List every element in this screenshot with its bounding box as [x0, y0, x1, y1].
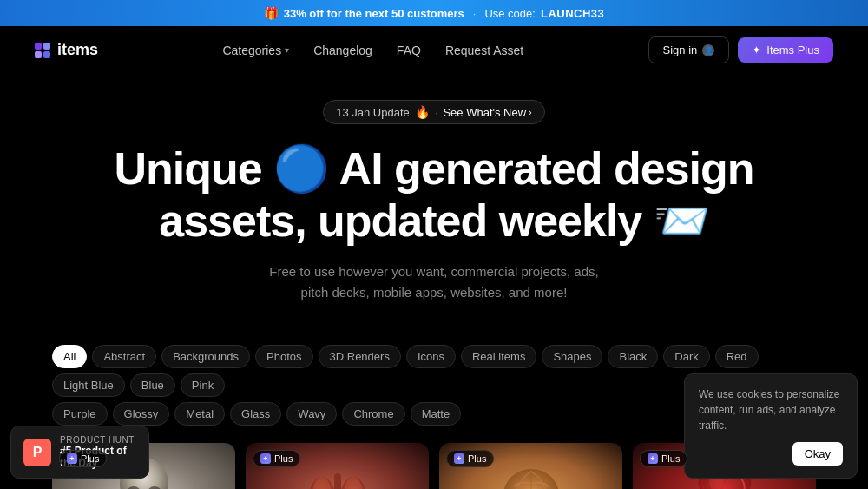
promo-banner: 🎁 33% off for the next 50 customers · Us…	[0, 0, 868, 26]
banner-separator: ·	[473, 7, 477, 20]
filter-glossy[interactable]: Glossy	[113, 402, 170, 426]
svg-point-12	[345, 477, 362, 489]
plus-badge-heart: + Plus	[640, 450, 687, 467]
filter-3d-renders[interactable]: 3D Renders	[319, 345, 401, 368]
brain-image	[496, 456, 566, 489]
filter-abstract[interactable]: Abstract	[92, 345, 156, 368]
plus-label: Plus	[274, 453, 293, 464]
nav-faq[interactable]: FAQ	[397, 43, 421, 57]
plus-label: Plus	[81, 453, 99, 464]
filter-metal[interactable]: Metal	[174, 402, 225, 426]
navbar-actions: Sign in 👤 ✦ Items Plus	[648, 36, 833, 63]
navbar: items Categories ▾ Changelog FAQ Request…	[0, 26, 868, 74]
nav-changelog[interactable]: Changelog	[313, 43, 372, 57]
banner-code: LAUNCH33	[541, 7, 604, 20]
filter-light-blue[interactable]: Light Blue	[52, 373, 125, 397]
banner-offer-text: 33% off for the next 50 customers	[284, 7, 464, 20]
filter-pink[interactable]: Pink	[181, 373, 225, 397]
plus-label: Plus	[468, 453, 486, 464]
filter-chrome[interactable]: Chrome	[342, 402, 404, 426]
product-hunt-logo: P	[23, 439, 51, 466]
plus-icon: +	[260, 453, 271, 464]
chevron-down-icon: ▾	[285, 45, 289, 55]
logo[interactable]: items	[35, 41, 98, 59]
asset-card-brain[interactable]: + Plus	[439, 443, 622, 489]
signin-label: Sign in	[663, 43, 698, 56]
filter-red[interactable]: Red	[715, 345, 759, 368]
plus-cross-icon: ✦	[752, 43, 761, 56]
plus-icon: +	[67, 453, 77, 464]
hero-subtext: Free to use however you want, commercial…	[260, 261, 608, 303]
filter-glass[interactable]: Glass	[230, 402, 281, 426]
filter-backgrounds[interactable]: Backgrounds	[161, 345, 250, 368]
filter-purple[interactable]: Purple	[52, 402, 108, 426]
filter-wavy[interactable]: Wavy	[286, 402, 337, 426]
plus-badge-brain: + Plus	[446, 450, 494, 467]
filter-shapes[interactable]: Shapes	[542, 345, 602, 368]
filter-dark[interactable]: Dark	[663, 345, 709, 368]
svg-rect-10	[334, 473, 341, 489]
cookie-banner: We use cookies to personalize content, r…	[684, 373, 858, 479]
filter-blue[interactable]: Blue	[130, 373, 175, 397]
nav-request-asset[interactable]: Request Asset	[445, 43, 523, 57]
signin-button[interactable]: Sign in 👤	[648, 36, 730, 63]
plus-badge-lungs: + Plus	[253, 450, 300, 467]
badge-dot: ·	[435, 106, 438, 119]
hero-headline: Unique 🔵 AI generated designassets, upda…	[17, 143, 851, 248]
nav-categories[interactable]: Categories ▾	[222, 43, 289, 57]
ph-label: PRODUCT HUNT	[60, 435, 136, 445]
lungs-image	[303, 456, 372, 489]
gift-icon: 🎁	[264, 6, 279, 20]
plus-label: Plus	[661, 453, 680, 464]
update-badge[interactable]: 13 Jan Update 🔥 · See What's New ›	[323, 100, 545, 124]
filter-real-items[interactable]: Real items	[461, 345, 536, 368]
filter-icons[interactable]: Icons	[406, 345, 456, 368]
filter-photos[interactable]: Photos	[255, 345, 312, 368]
cookie-okay-button[interactable]: Okay	[792, 442, 843, 466]
main-nav: Categories ▾ Changelog FAQ Request Asset	[222, 43, 523, 57]
filter-black[interactable]: Black	[608, 345, 658, 368]
plus-icon: +	[454, 453, 464, 464]
cookie-text: We use cookies to personalize content, r…	[699, 387, 843, 433]
filter-matte[interactable]: Matte	[411, 402, 462, 426]
logo-icon	[35, 43, 50, 58]
chevron-right-icon: ›	[529, 107, 532, 117]
plus-badge-skull: + Plus	[59, 450, 107, 467]
banner-code-prefix: Use code:	[484, 7, 536, 20]
plus-label: Items Plus	[766, 43, 819, 56]
items-plus-button[interactable]: ✦ Items Plus	[738, 37, 833, 63]
user-icon: 👤	[702, 44, 714, 56]
svg-point-11	[313, 477, 331, 489]
hero-section: 13 Jan Update 🔥 · See What's New › Uniqu…	[0, 74, 868, 345]
fire-icon: 🔥	[415, 105, 430, 119]
plus-icon: +	[648, 453, 658, 464]
badge-date: 13 Jan Update	[336, 106, 410, 119]
see-whats-new-link[interactable]: See What's New ›	[443, 106, 531, 119]
filter-all[interactable]: All	[52, 345, 87, 368]
logo-text: items	[57, 41, 98, 59]
asset-card-lungs[interactable]: + Plus	[246, 443, 429, 489]
